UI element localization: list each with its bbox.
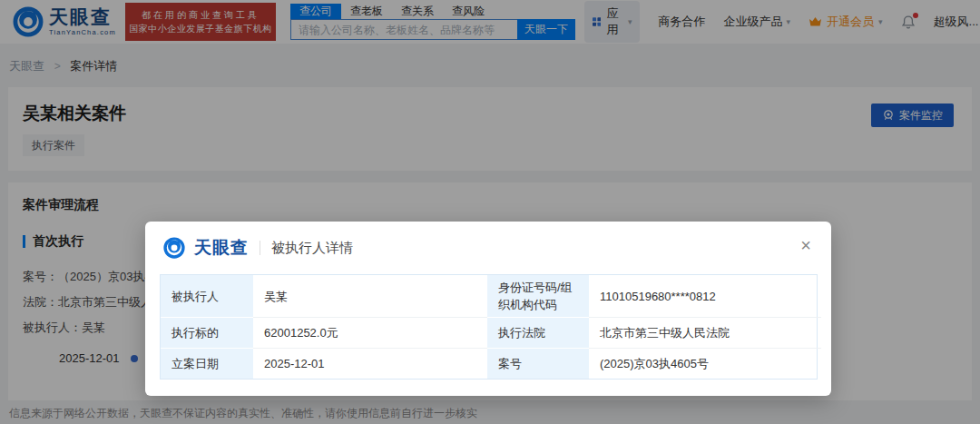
- row-value: 北京市第三中级人民法院: [589, 317, 821, 348]
- table-row: 被执行人 吴某 身份证号码/组织机构代码 11010519680****0812: [161, 275, 817, 317]
- row-value: 11010519680****0812: [589, 275, 821, 317]
- row-value: 吴某: [253, 275, 487, 317]
- row-value: 62001252.0元: [253, 317, 487, 348]
- table-row: 立案日期 2025-12-01 案号 (2025)京03执4605号: [161, 348, 817, 379]
- row-label: 身份证号码/组织机构代码: [487, 275, 589, 317]
- row-value: (2025)京03执4605号: [589, 348, 821, 379]
- row-label: 执行法院: [487, 317, 589, 348]
- modal-title: 被执行人详情: [271, 240, 353, 257]
- row-label: 立案日期: [161, 348, 253, 379]
- modal-header: 天眼查 被执行人详情 ×: [145, 222, 831, 272]
- table-row: 执行标的 62001252.0元 执行法院 北京市第三中级人民法院: [161, 317, 817, 348]
- row-label: 案号: [487, 348, 589, 379]
- executed-person-modal: 天眼查 被执行人详情 × 被执行人 吴某 身份证号码/组织机构代码 110105…: [145, 222, 831, 396]
- row-value: 2025-12-01: [253, 348, 487, 379]
- tianyancha-logo-icon: [163, 237, 185, 259]
- modal-header-divider: [260, 241, 260, 255]
- row-label: 被执行人: [161, 275, 253, 317]
- row-label: 执行标的: [161, 317, 253, 348]
- executed-person-table: 被执行人 吴某 身份证号码/组织机构代码 11010519680****0812…: [160, 274, 818, 380]
- close-icon[interactable]: ×: [797, 232, 815, 258]
- modal-logo-title: 天眼查: [194, 236, 249, 260]
